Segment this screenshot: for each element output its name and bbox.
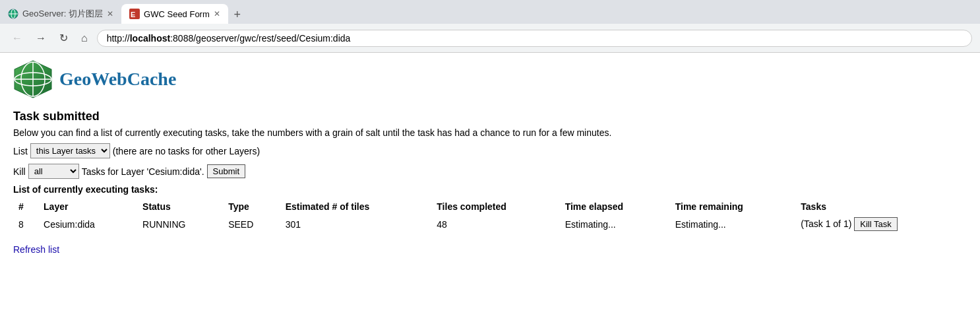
cell-tiles-completed: 48: [431, 215, 559, 234]
cell-type: SEED: [223, 215, 280, 234]
table-header-row: # Layer Status Type Estimated # of tiles…: [13, 199, 967, 215]
col-header-tiles-completed: Tiles completed: [431, 199, 559, 215]
tab1-close[interactable]: ✕: [107, 9, 113, 18]
col-header-time-elapsed: Time elapsed: [560, 199, 670, 215]
col-header-status: Status: [137, 199, 223, 215]
tab-geoserver[interactable]: GeoServer: 切片图层 ✕: [0, 4, 121, 24]
logo-area: GeoWebCache: [13, 59, 967, 99]
cell-estimated-tiles: 301: [280, 215, 432, 234]
forward-button[interactable]: →: [32, 30, 50, 47]
geoserver-favicon: [8, 9, 18, 19]
tab2-label: GWC Seed Form: [144, 9, 210, 19]
page-content: GeoWebCache Task submitted Below you can…: [0, 53, 980, 261]
filter-row: List this Layer tasks all tasks (there a…: [13, 143, 967, 158]
gwc-favicon: E: [129, 9, 140, 19]
col-header-layer: Layer: [38, 199, 137, 215]
table-row: 8 Cesium:dida RUNNING SEED 301 48 Estima…: [13, 215, 967, 234]
tasks-table: # Layer Status Type Estimated # of tiles…: [13, 199, 967, 234]
page-description: Below you can find a list of currently e…: [13, 127, 967, 138]
back-button[interactable]: ←: [8, 30, 26, 47]
url-bold: localhost: [130, 33, 170, 44]
filter-label: List: [13, 146, 28, 156]
tab-gwc[interactable]: E GWC Seed Form ✕: [121, 4, 228, 24]
url-bar[interactable]: http://localhost:8088/geoserver/gwc/rest…: [97, 30, 972, 47]
cell-id: 8: [13, 215, 38, 234]
kill-task-button[interactable]: Kill Task: [854, 217, 897, 231]
col-header-time-remaining: Time remaining: [670, 199, 796, 215]
url-suffix: :8088/geoserver/gwc/rest/seed/Cesium:did…: [170, 33, 350, 44]
task-submitted-section: Task submitted Below you can find a list…: [13, 110, 967, 138]
kill-select[interactable]: all running pending: [28, 164, 79, 179]
filter-select[interactable]: this Layer tasks all tasks: [30, 143, 110, 158]
col-header-type: Type: [223, 199, 280, 215]
col-header-tasks: Tasks: [795, 199, 967, 215]
new-tab-button[interactable]: +: [228, 5, 247, 24]
cell-status: RUNNING: [137, 215, 223, 234]
url-text: http://localhost:8088/geoserver/gwc/rest…: [107, 33, 351, 44]
col-header-estimated-tiles: Estimated # of tiles: [280, 199, 432, 215]
logo-text: GeoWebCache: [59, 69, 176, 90]
kill-row: Kill all running pending Tasks for Layer…: [13, 164, 967, 179]
url-prefix: http://: [107, 33, 130, 44]
cell-time-remaining: Estimating...: [670, 215, 796, 234]
tasks-info: (Task 1 of 1): [801, 218, 851, 229]
submit-button[interactable]: Submit: [207, 164, 245, 178]
cell-tasks: (Task 1 of 1) Kill Task: [795, 215, 967, 234]
page-heading: Task submitted: [13, 110, 967, 123]
browser-chrome: GeoServer: 切片图层 ✕ E GWC Seed Form ✕ + ← …: [0, 0, 980, 53]
svg-text:E: E: [131, 11, 135, 18]
cell-layer: Cesium:dida: [38, 215, 137, 234]
geowebcache-logo: [13, 59, 53, 99]
col-header-id: #: [13, 199, 38, 215]
home-button[interactable]: ⌂: [77, 30, 92, 47]
table-section-title: List of currently executing tasks:: [13, 184, 967, 195]
cell-time-elapsed: Estimating...: [560, 215, 670, 234]
kill-layer-text: Tasks for Layer 'Cesium:dida'.: [82, 166, 204, 177]
refresh-list-link[interactable]: Refresh list: [13, 244, 59, 255]
tab1-label: GeoServer: 切片图层: [22, 8, 103, 20]
filter-note: (there are no tasks for other Layers): [113, 146, 260, 156]
address-bar: ← → ↻ ⌂ http://localhost:8088/geoserver/…: [0, 24, 980, 53]
reload-button[interactable]: ↻: [55, 29, 72, 47]
tab-bar: GeoServer: 切片图层 ✕ E GWC Seed Form ✕ +: [0, 0, 980, 24]
tab2-close[interactable]: ✕: [214, 9, 220, 18]
kill-label: Kill: [13, 166, 26, 177]
